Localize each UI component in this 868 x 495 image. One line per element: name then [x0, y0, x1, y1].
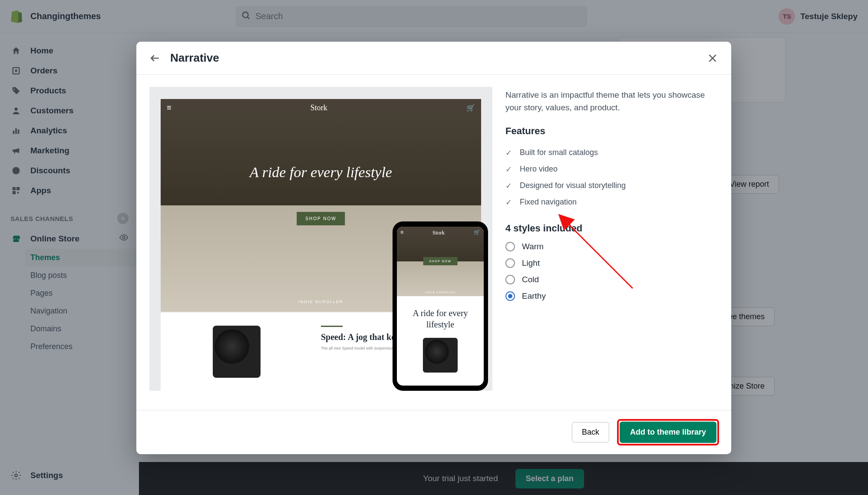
- check-icon: ✓: [505, 181, 512, 191]
- close-icon[interactable]: [707, 53, 718, 64]
- feature-item: ✓Built for small catalogs: [505, 145, 718, 161]
- back-arrow-icon[interactable]: [149, 53, 161, 64]
- styles-radio-group: Warm Light Cold Earthy: [505, 242, 718, 301]
- theme-detail-modal: Narrative ≡ Stork 🛒 A ride for every lif…: [136, 42, 731, 454]
- back-button[interactable]: Back: [572, 422, 609, 442]
- preview-shop-mobile: SHOP NOW: [423, 257, 458, 265]
- preview-shop-button: SHOP NOW: [297, 212, 345, 225]
- theme-description: Narrative is an impactful theme that let…: [505, 89, 718, 114]
- styles-heading: 4 styles included: [505, 223, 718, 234]
- modal-title: Narrative: [170, 51, 697, 65]
- features-list: ✓Built for small catalogs ✓Hero video ✓D…: [505, 145, 718, 211]
- theme-preview: ≡ Stork 🛒 A ride for every lifestyle SHO…: [149, 87, 492, 391]
- mobile-preview: ≡Stork🛒 SHOP NOW INDIE SCROLLER A ride f…: [393, 221, 488, 391]
- feature-item: ✓Hero video: [505, 161, 718, 178]
- preview-headline: A ride for every lifestyle: [161, 164, 481, 181]
- burger-icon: ≡: [400, 229, 403, 236]
- cart-icon: 🛒: [466, 104, 475, 112]
- theme-details: Narrative is an impactful theme that let…: [505, 87, 718, 410]
- check-icon: ✓: [505, 165, 512, 174]
- features-heading: Features: [505, 125, 718, 137]
- check-icon: ✓: [505, 198, 512, 207]
- stroller-image-mobile: [423, 338, 458, 373]
- modal-body: ≡ Stork 🛒 A ride for every lifestyle SHO…: [136, 75, 731, 410]
- cart-icon: 🛒: [474, 229, 480, 236]
- add-to-theme-library-button[interactable]: Add to theme library: [620, 422, 716, 443]
- modal-header: Narrative: [136, 42, 731, 75]
- style-option-warm[interactable]: Warm: [505, 242, 718, 251]
- feature-item: ✓Designed for visual storytelling: [505, 178, 718, 194]
- preview-brand: Stork: [310, 103, 327, 112]
- style-option-earthy[interactable]: Earthy: [505, 291, 718, 301]
- modal-footer: Back Add to theme library: [136, 410, 731, 454]
- preview-scroll-label: INDIE SCROLLER: [298, 300, 343, 304]
- preview-scroll-mobile: INDIE SCROLLER: [397, 291, 484, 294]
- feature-item: ✓Fixed navigation: [505, 194, 718, 211]
- preview-brand-mobile: Stork: [432, 229, 445, 236]
- preview-headline-mobile: A ride for every lifestyle: [397, 296, 484, 330]
- burger-icon: ≡: [167, 103, 172, 112]
- stroller-image: [213, 326, 261, 378]
- annotation-highlight: Add to theme library: [617, 419, 719, 446]
- check-icon: ✓: [505, 148, 512, 158]
- style-option-light[interactable]: Light: [505, 258, 718, 268]
- style-option-cold[interactable]: Cold: [505, 275, 718, 284]
